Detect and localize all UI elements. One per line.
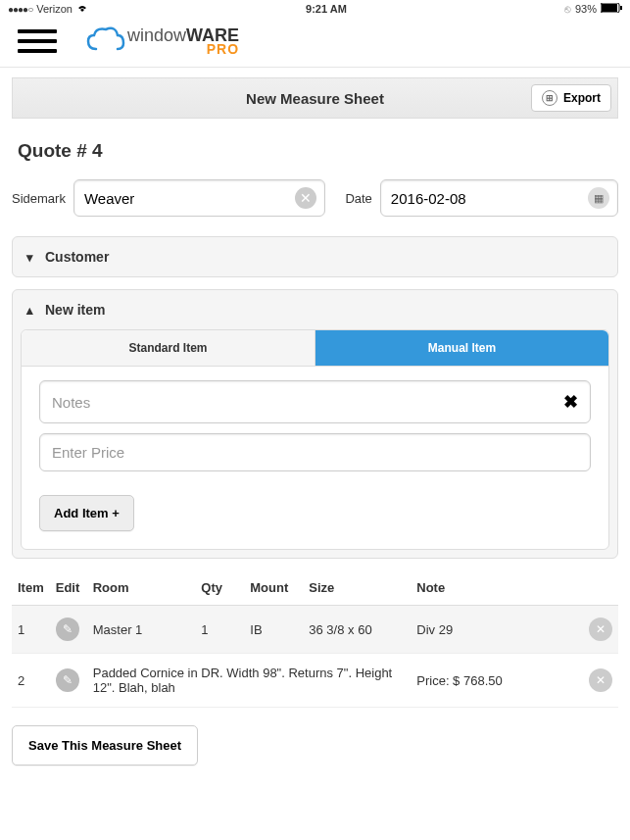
customer-label: Customer [45,249,109,265]
quote-heading: Quote # 4 [18,140,612,162]
th-delete [583,570,618,606]
svg-rect-2 [620,6,622,10]
items-table: Item Edit Room Qty Mount Size Note 1 ✎ M… [12,570,618,708]
calendar-icon[interactable]: ▦ [588,187,609,209]
tab-standard-item[interactable]: Standard Item [22,330,315,367]
status-left: ●●●●○ Verizon [8,3,88,15]
sidemark-field-wrap: ✕ [73,179,325,217]
logo-word1: window [127,25,186,45]
th-edit: Edit [50,570,87,606]
notes-field-wrap: ✖ [39,380,591,423]
export-button[interactable]: ⊞ Export [531,84,611,112]
th-mount: Mount [244,570,303,606]
th-item: Item [12,570,50,606]
th-qty: Qty [195,570,244,606]
cell-item: 1 [12,606,50,654]
new-item-toggle[interactable]: ▴ New item [13,290,617,329]
sidemark-label: Sidemark [12,191,66,206]
new-item-label: New item [45,302,105,318]
battery-icon [601,3,622,15]
th-room: Room [87,570,196,606]
edit-icon[interactable]: ✎ [56,618,79,641]
meta-fields: Sidemark ✕ Date ▦ [12,179,618,217]
new-item-section: ▴ New item Standard Item Manual Item ✖ A… [12,289,618,559]
grid-icon: ⊞ [542,90,557,106]
date-label: Date [345,191,371,206]
menu-button[interactable] [18,29,57,53]
delete-icon[interactable]: ✕ [589,668,612,692]
status-right: ⎋ 93% [564,3,622,15]
cell-qty: 1 [195,606,244,654]
date-field-wrap: ▦ [380,179,618,217]
add-item-button[interactable]: Add Item + [39,495,134,531]
cell-mount: IB [244,606,303,654]
tab-manual-item[interactable]: Manual Item [315,330,608,367]
cell-note: Div 29 [411,606,583,654]
carrier-label: Verizon [36,3,73,15]
customer-section: ▾ Customer [12,236,618,277]
new-item-body: Standard Item Manual Item ✖ Add Item + [21,329,609,550]
page-title-bar: New Measure Sheet ⊞ Export [12,77,618,119]
logo-word3: PRO [127,43,239,56]
app-header: windowWARE PRO [0,18,630,68]
app-logo: windowWARE PRO [86,25,239,57]
date-input[interactable] [381,180,617,216]
clear-notes-icon[interactable]: ✖ [556,391,578,413]
status-time: 9:21 AM [306,3,347,15]
table-row: 2 ✎ Padded Cornice in DR. Width 98". Ret… [12,654,618,708]
price-field-wrap [39,433,591,471]
edit-icon[interactable]: ✎ [56,668,79,692]
notes-input[interactable] [52,394,556,411]
cell-room: Master 1 [87,606,196,654]
table-row: 1 ✎ Master 1 1 IB 36 3/8 x 60 Div 29 ✕ [12,606,618,654]
wifi-icon [76,3,88,15]
item-type-tabs: Standard Item Manual Item [22,330,608,367]
signal-dots-icon: ●●●●○ [8,4,32,15]
chevron-down-icon: ▾ [26,250,33,265]
sidemark-input[interactable] [74,180,324,216]
page-title: New Measure Sheet [13,90,617,107]
th-size: Size [303,570,411,606]
cell-note: Price: $ 768.50 [411,654,583,708]
status-bar: ●●●●○ Verizon 9:21 AM ⎋ 93% [0,0,630,18]
bluetooth-icon: ⎋ [564,3,571,15]
cloud-icon [86,25,125,57]
delete-icon[interactable]: ✕ [589,618,612,641]
save-button[interactable]: Save This Measure Sheet [12,725,198,766]
price-input[interactable] [52,444,578,461]
cell-item: 2 [12,654,50,708]
chevron-up-icon: ▴ [26,303,33,318]
cell-size: 36 3/8 x 60 [303,606,411,654]
customer-toggle[interactable]: ▾ Customer [13,237,617,276]
cell-room: Padded Cornice in DR. Width 98". Returns… [87,654,412,708]
export-label: Export [563,91,601,105]
svg-rect-1 [602,4,617,12]
th-note: Note [411,570,583,606]
battery-label: 93% [575,3,597,15]
